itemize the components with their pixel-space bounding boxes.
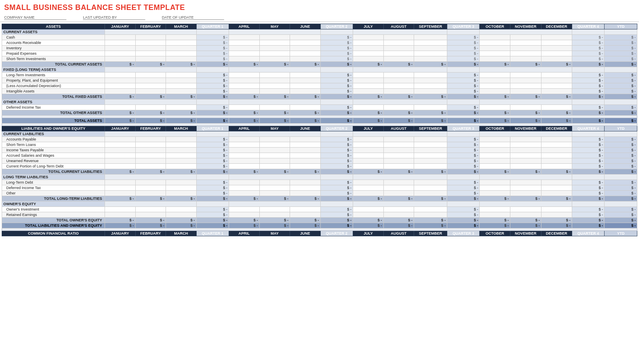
other-assets-section: OTHER ASSETS <box>2 99 637 105</box>
assets-header-row: ASSETS JANUARY FEBRUARY MARCH QUARTER 1 … <box>2 24 637 29</box>
long-term-liabilities-section: LONG TERM LIABILITIES <box>2 175 637 180</box>
cash-ytd: $ - <box>605 35 637 40</box>
accrued-salaries-row: Accrued Salaries and Wages $ - $ - $ - $… <box>2 153 637 158</box>
liab-aug-header: AUGUST <box>383 126 414 131</box>
ar-mar[interactable] <box>166 40 196 46</box>
ar-oct[interactable] <box>480 40 510 46</box>
income-taxes-payable-row: Income Taxes Payable $ - $ - $ - $ - $ - <box>2 148 637 153</box>
cash-sep[interactable] <box>414 35 447 40</box>
accum-depreciation-row: (Less Accumulated Depreciation) $ - $ - … <box>2 83 637 89</box>
current-assets-section: CURRENT ASSETS <box>2 29 637 35</box>
liab-q4-header: QUARTER 4 <box>572 126 605 131</box>
liab-apr-header: APRIL <box>229 126 259 131</box>
total-lt-liabilities-label: TOTAL LONG-TERM LIABILITIES <box>2 196 105 201</box>
cash-jun[interactable] <box>290 35 320 40</box>
ar-feb[interactable] <box>135 40 166 46</box>
long-term-investments-row: Long-Term Investments $ - $ - $ - $ - $ … <box>2 73 637 78</box>
cash-may[interactable] <box>259 35 290 40</box>
total-liabilities-equity-row: TOTAL LIABILITIES AND OWNER'S EQUITY $ -… <box>2 223 637 228</box>
cash-dec[interactable] <box>541 35 572 40</box>
aug-header: AUGUST <box>383 24 414 29</box>
mar-header: MARCH <box>166 24 196 29</box>
financial-ratio-header-row: COMMON FINANCIAL RATIO JANUARY FEBRUARY … <box>2 231 637 236</box>
apr-header: APRIL <box>229 24 259 29</box>
owners-equity-label: OWNER'S EQUITY <box>2 201 105 207</box>
cash-q3: $ - <box>447 35 480 40</box>
cash-apr[interactable] <box>229 35 259 40</box>
total-current-liabilities-label: TOTAL CURRENT LIABILITIES <box>2 169 105 175</box>
total-other-assets-row: TOTAL OTHER ASSETS $ - $ - $ - $ - $ - $… <box>2 110 637 116</box>
deferred-tax-assets-label: Deferred Income Tax <box>2 105 105 110</box>
page-title: SMALL BUSINESS BALANCE SHEET TEMPLATE <box>0 0 639 14</box>
q2-header: QUARTER 2 <box>320 24 353 29</box>
date-of-update-label: DATE OF UPDATE <box>162 15 224 20</box>
liab-oct-header: OCTOBER <box>480 126 510 131</box>
cash-jan[interactable] <box>105 35 135 40</box>
cash-oct[interactable] <box>480 35 510 40</box>
total-other-assets-label: TOTAL OTHER ASSETS <box>2 110 105 116</box>
long-term-debt-row: Long-Term Debt $ - $ - $ - $ - $ - <box>2 180 637 185</box>
cash-nov[interactable] <box>510 35 541 40</box>
ar-jun[interactable] <box>290 40 320 46</box>
ar-nov[interactable] <box>510 40 541 46</box>
company-name-label: COMPANY NAME <box>4 15 66 20</box>
last-updated-label: LAST UPDATED BY <box>83 15 145 20</box>
deferred-income-tax-lt-label: Deferred Income Tax <box>2 185 105 191</box>
assets-col-header: ASSETS <box>2 24 105 29</box>
total-assets-label: TOTAL ASSETS <box>2 118 105 124</box>
long-term-debt-label: Long-Term Debt <box>2 180 105 185</box>
current-assets-label: CURRENT ASSETS <box>2 29 105 35</box>
ar-may[interactable] <box>259 40 290 46</box>
current-portion-ltd-row: Current Portion of Long-Term Debt $ - $ … <box>2 164 637 169</box>
owners-investment-row: Owner's Investment $ - $ - $ - $ - $ - <box>2 207 637 212</box>
jul-header: JULY <box>353 24 383 29</box>
ar-dec[interactable] <box>541 40 572 46</box>
liab-jun-header: JUNE <box>290 126 320 131</box>
liab-jan-header: JANUARY <box>105 126 135 131</box>
prepaid-expenses-label: Prepaid Expenses <box>2 51 105 56</box>
short-term-loans-row: Short-Term Loans $ - $ - $ - $ - $ - <box>2 142 637 148</box>
liab-dec-header: DECEMBER <box>541 126 572 131</box>
total-owners-equity-row: TOTAL OWNER'S EQUITY $ - $ - $ - $ - $ -… <box>2 218 637 223</box>
liab-nov-header: NOVEMBER <box>510 126 541 131</box>
q4-header: QUARTER 4 <box>572 24 605 29</box>
cash-jul[interactable] <box>353 35 383 40</box>
prepaid-expenses-row: Prepaid Expenses $ - $ - $ - $ - $ - <box>2 51 637 56</box>
cash-feb[interactable] <box>135 35 166 40</box>
owners-equity-section: OWNER'S EQUITY <box>2 201 637 207</box>
other-lt-row: Other $ - $ - $ - $ - $ - <box>2 191 637 196</box>
cash-aug[interactable] <box>383 35 414 40</box>
cash-q4: $ - <box>572 35 605 40</box>
total-lt-liabilities-row: TOTAL LONG-TERM LIABILITIES $ - $ - $ - … <box>2 196 637 201</box>
total-liabilities-equity-label: TOTAL LIABILITIES AND OWNER'S EQUITY <box>2 223 105 228</box>
income-taxes-payable-label: Income Taxes Payable <box>2 148 105 153</box>
cash-row: Cash $ - $ - $ - $ - $ - <box>2 35 637 40</box>
ar-aug[interactable] <box>383 40 414 46</box>
inventory-label: Inventory <box>2 46 105 51</box>
unearned-revenue-label: Unearned Revenue <box>2 158 105 164</box>
ar-apr[interactable] <box>229 40 259 46</box>
accounts-receivable-row: Accounts Receivable $ - $ - $ - $ - $ - <box>2 40 637 46</box>
accounts-payable-label: Accounts Payable <box>2 137 105 142</box>
total-assets-row: TOTAL ASSETS $ - $ - $ - $ - $ - $ - $ -… <box>2 118 637 124</box>
cash-label: Cash <box>2 35 105 40</box>
cash-q2: $ - <box>320 35 353 40</box>
total-current-liabilities-row: TOTAL CURRENT LIABILITIES $ - $ - $ - $ … <box>2 169 637 175</box>
current-liabilities-label: CURRENT LIABILITIES <box>2 131 105 137</box>
unearned-revenue-row: Unearned Revenue $ - $ - $ - $ - $ - <box>2 158 637 164</box>
dec-header: DECEMBER <box>541 24 572 29</box>
q1-header: QUARTER 1 <box>196 24 229 29</box>
ar-sep[interactable] <box>414 40 447 46</box>
liab-mar-header: MARCH <box>166 126 196 131</box>
feb-header: FEBRUARY <box>135 24 166 29</box>
accounts-payable-row: Accounts Payable $ - $ - $ - $ - $ - <box>2 137 637 142</box>
liab-feb-header: FEBRUARY <box>135 126 166 131</box>
accum-depreciation-label: (Less Accumulated Depreciation) <box>2 83 105 89</box>
cash-mar[interactable] <box>166 35 196 40</box>
ar-jul[interactable] <box>353 40 383 46</box>
may-header: MAY <box>259 24 290 29</box>
liab-ytd-header: YTD <box>605 126 637 131</box>
oct-header: OCTOBER <box>480 24 510 29</box>
ar-jan[interactable] <box>105 40 135 46</box>
accrued-salaries-label: Accrued Salaries and Wages <box>2 153 105 158</box>
